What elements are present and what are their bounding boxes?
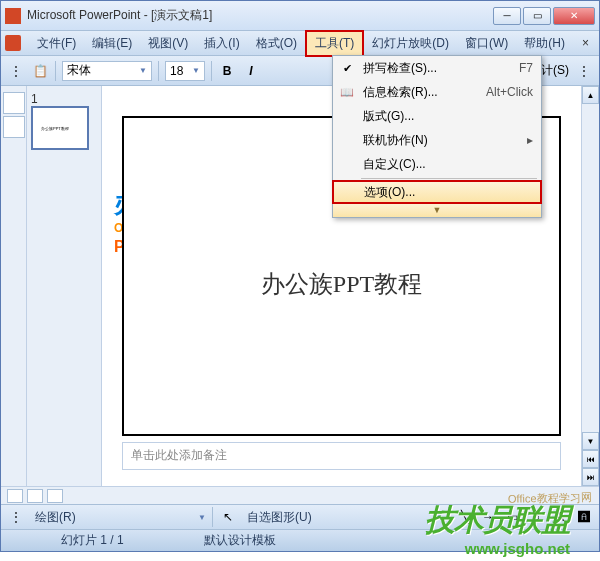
italic-button[interactable]: I [242,62,260,80]
spellcheck-label: 拼写检查(S)... [363,60,437,77]
slide-thumbnail[interactable]: 办公族PPT教程 [31,106,89,150]
spellcheck-shortcut: F7 [519,61,533,75]
scroll-up-icon[interactable]: ▲ [582,86,599,104]
close-button[interactable]: ✕ [553,7,595,25]
font-size-select[interactable]: 18 ▼ [165,61,205,81]
autoshapes-menu[interactable]: 自选图形(U) [243,507,316,528]
scroll-down-icon[interactable]: ▼ [582,432,599,450]
menu-format[interactable]: 格式(O) [248,32,305,55]
overlay-url-text: www.jsgho.net [465,540,570,557]
research-shortcut: Alt+Click [486,85,533,99]
toolbar-handle-icon[interactable]: ⋮ [7,62,25,80]
paste-icon[interactable]: 📋 [31,62,49,80]
vertical-scrollbar[interactable]: ▲ ▼ ⏮ ⏭ [581,86,599,486]
window-title: Microsoft PowerPoint - [演示文稿1] [27,7,493,24]
submenu-arrow-icon: ▸ [527,133,533,147]
toolbar-handle-icon[interactable]: ⋮ [7,508,25,526]
menu-separator [361,178,537,179]
spellcheck-icon: ✔ [339,60,355,76]
font-size-value: 18 [170,64,183,78]
normal-view-button[interactable] [7,489,23,503]
menu-slideshow[interactable]: 幻灯片放映(D) [364,32,457,55]
app-icon [5,8,21,24]
outline-pane [1,86,27,486]
menu-tools[interactable]: 工具(T) [305,30,364,57]
bold-button[interactable]: B [218,62,236,80]
wordart-icon[interactable]: 🅰 [575,508,593,526]
menu-expand-button[interactable]: ▼ [333,203,541,217]
next-slide-icon[interactable]: ⏭ [582,468,599,486]
thumbnail-number: 1 [31,92,38,106]
menu-view[interactable]: 视图(V) [140,32,196,55]
sorter-view-button[interactable] [27,489,43,503]
menu-item-options[interactable]: 选项(O)... [332,180,542,204]
menu-item-research[interactable]: 📖 信息检索(R)... Alt+Click [333,80,541,104]
research-label: 信息检索(R)... [363,84,438,101]
research-icon: 📖 [339,84,355,100]
prev-slide-icon[interactable]: ⏮ [582,450,599,468]
menu-insert[interactable]: 插入(I) [196,32,247,55]
font-name-select[interactable]: 宋体 ▼ [62,61,152,81]
toolbar-overflow-icon[interactable]: ⋮ [575,62,593,80]
menu-item-layout[interactable]: 版式(G)... [333,104,541,128]
slides-tab[interactable] [3,116,25,138]
draw-menu[interactable]: 绘图(R) [31,507,80,528]
dropdown-arrow-icon: ▼ [192,66,200,75]
options-label: 选项(O)... [364,184,415,201]
overlay-brand-text: 技术员联盟 [425,500,570,541]
menu-item-customize[interactable]: 自定义(C)... [333,152,541,176]
thumbnail-pane: 1 办公族PPT教程 [27,86,102,486]
menu-window[interactable]: 窗口(W) [457,32,516,55]
collaborate-label: 联机协作(N) [363,132,428,149]
layout-label: 版式(G)... [363,108,414,125]
doc-close-button[interactable]: × [576,34,595,52]
minimize-button[interactable]: ─ [493,7,521,25]
pointer-icon[interactable]: ↖ [219,508,237,526]
slideshow-view-button[interactable] [47,489,63,503]
menu-edit[interactable]: 编辑(E) [84,32,140,55]
customize-label: 自定义(C)... [363,156,426,173]
slide-counter: 幻灯片 1 / 1 [21,532,164,549]
maximize-button[interactable]: ▭ [523,7,551,25]
menu-item-spellcheck[interactable]: ✔ 拼写检查(S)... F7 [333,56,541,80]
dropdown-arrow-icon: ▼ [139,66,147,75]
titlebar: Microsoft PowerPoint - [演示文稿1] ─ ▭ ✕ [1,1,599,31]
template-name: 默认设计模板 [164,532,316,549]
tools-dropdown-menu: ✔ 拼写检查(S)... F7 📖 信息检索(R)... Alt+Click 版… [332,55,542,218]
outline-tab[interactable] [3,92,25,114]
slide-title-text[interactable]: 办公族PPT教程 [124,268,559,300]
font-name-value: 宋体 [67,62,91,79]
scroll-track[interactable] [582,104,599,432]
menu-help[interactable]: 帮助(H) [516,32,573,55]
notes-pane[interactable]: 单击此处添加备注 [122,442,561,470]
menu-item-collaborate[interactable]: 联机协作(N) ▸ [333,128,541,152]
chevron-down-icon: ▼ [433,205,442,215]
menubar: 文件(F) 编辑(E) 视图(V) 插入(I) 格式(O) 工具(T) 幻灯片放… [1,31,599,56]
office-icon[interactable] [5,35,21,51]
menu-file[interactable]: 文件(F) [29,32,84,55]
